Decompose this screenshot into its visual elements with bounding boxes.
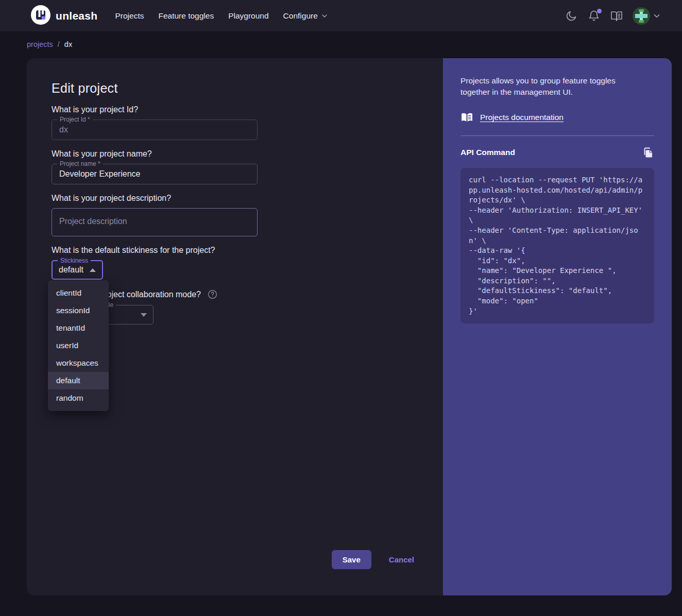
copy-icon <box>642 146 654 159</box>
info-sidebar: Projects allows you to group feature tog… <box>443 58 672 595</box>
project-name-value: Developer Experience <box>59 169 140 179</box>
project-name-input-label: Project name * <box>57 160 103 167</box>
notifications-button[interactable] <box>587 9 601 23</box>
edit-project-card: Edit project What is your project Id? Pr… <box>27 58 443 595</box>
help-icon <box>207 289 218 300</box>
breadcrumb-current: dx <box>64 40 72 48</box>
form-actions: Save Cancel <box>332 550 414 569</box>
menu-item-default[interactable]: default <box>48 372 109 389</box>
menu-item-userid[interactable]: userId <box>48 337 109 354</box>
dark-mode-toggle[interactable] <box>565 9 578 23</box>
notification-dot <box>597 9 602 13</box>
stickiness-dropdown-menu: clientId sessionId tenantId userId works… <box>48 280 109 411</box>
breadcrumb-separator: / <box>58 40 60 48</box>
stickiness-select-label: Stickiness <box>58 257 91 264</box>
user-menu[interactable] <box>633 7 661 25</box>
book-icon <box>461 111 473 124</box>
caret-down-icon <box>141 313 147 317</box>
docs-button[interactable] <box>610 9 623 23</box>
stickiness-select[interactable]: Stickiness default clientId sessionId te… <box>52 260 103 280</box>
chevron-down-icon <box>652 11 661 21</box>
copy-api-command-button[interactable] <box>642 146 654 159</box>
menu-item-clientid[interactable]: clientId <box>48 284 109 302</box>
breadcrumb-link-projects[interactable]: projects <box>27 40 53 48</box>
menu-item-workspaces[interactable]: workspaces <box>48 354 109 372</box>
api-command-heading: API Command <box>461 148 515 157</box>
stickiness-selected-value: default <box>59 265 83 275</box>
project-id-question: What is your project Id? <box>52 105 418 114</box>
project-id-value: dx <box>59 125 68 134</box>
top-navbar: unleash Projects Feature toggles Playgro… <box>0 0 682 31</box>
content-wrapper: Edit project What is your project Id? Pr… <box>27 58 672 595</box>
menu-item-sessionid[interactable]: sessionId <box>48 302 109 319</box>
avatar <box>633 7 650 25</box>
moon-icon <box>565 10 577 22</box>
nav-item-playground[interactable]: Playground <box>228 11 268 21</box>
project-id-input-label: Project Id * <box>57 116 93 123</box>
nav-item-configure[interactable]: Configure <box>283 11 329 21</box>
menu-item-random[interactable]: random <box>48 389 109 407</box>
cancel-button[interactable]: Cancel <box>389 555 414 564</box>
sidebar-divider <box>461 135 654 136</box>
breadcrumb: projects / dx <box>27 40 682 48</box>
nav-right <box>565 7 661 25</box>
api-command-code: curl --location --request PUT 'https://a… <box>461 168 654 323</box>
api-command-header: API Command <box>461 146 654 159</box>
collaboration-help-button[interactable] <box>207 289 218 300</box>
sidebar-intro-text: Projects allows you to group feature tog… <box>461 75 641 98</box>
projects-documentation-link[interactable]: Projects documentation <box>461 111 654 124</box>
unleash-logo-icon <box>31 5 50 27</box>
brand-name: unleash <box>56 10 97 22</box>
project-description-input[interactable]: Project description <box>52 208 258 236</box>
unleash-logo[interactable]: unleash <box>31 5 97 27</box>
nav-item-feature-toggles[interactable]: Feature toggles <box>158 11 214 21</box>
save-button[interactable]: Save <box>332 550 371 569</box>
project-name-input[interactable]: Project name * Developer Experience <box>52 164 258 184</box>
chevron-down-icon <box>320 12 329 20</box>
docs-link-label: Projects documentation <box>480 113 564 122</box>
caret-up-icon <box>90 268 96 272</box>
project-description-placeholder: Project description <box>59 217 127 226</box>
project-id-input[interactable]: Project Id * dx <box>52 119 258 140</box>
nav-item-projects[interactable]: Projects <box>115 11 144 21</box>
book-icon <box>610 10 623 22</box>
stickiness-question: What is the default stickiness for the p… <box>52 246 418 255</box>
nav-links: Projects Feature toggles Playground Conf… <box>115 11 328 21</box>
project-name-question: What is your project name? <box>52 149 418 159</box>
menu-item-tenantid[interactable]: tenantId <box>48 319 109 337</box>
project-description-question: What is your project description? <box>52 194 418 203</box>
page-title: Edit project <box>52 81 418 96</box>
